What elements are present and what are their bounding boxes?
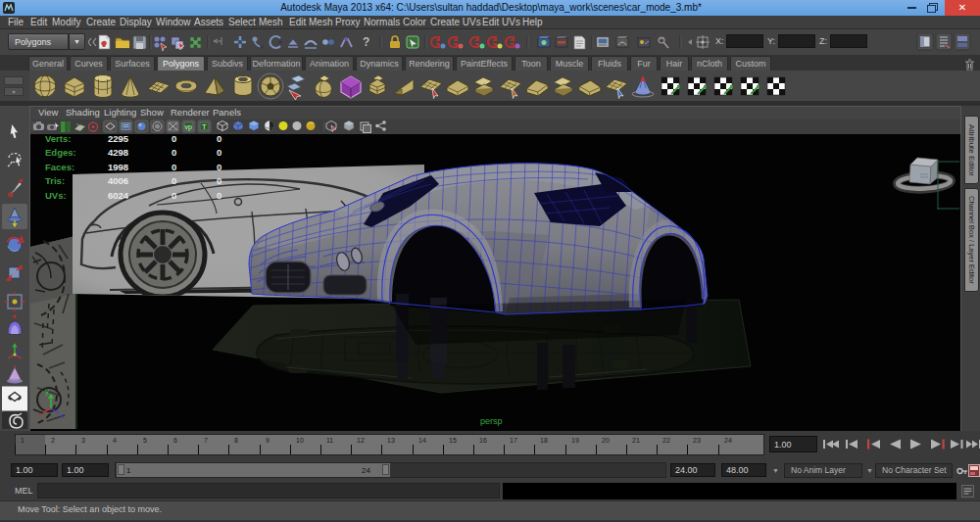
svg-text:4006: 4006 <box>108 175 128 186</box>
svg-text:0: 0 <box>172 175 176 186</box>
svg-text:persp: persp <box>480 416 503 426</box>
svg-text:0: 0 <box>172 134 176 144</box>
svg-text:2295: 2295 <box>108 134 129 144</box>
svg-text:vp: vp <box>185 123 193 131</box>
svg-text:0: 0 <box>217 175 221 186</box>
svg-text:z: z <box>60 411 64 420</box>
svg-text:UVs:: UVs: <box>45 190 67 201</box>
svg-text:Tris:: Tris: <box>45 175 65 186</box>
svg-text:1998: 1998 <box>108 162 128 172</box>
svg-text:0: 0 <box>217 134 221 144</box>
svg-text:0: 0 <box>172 190 176 201</box>
svg-text:0: 0 <box>172 147 176 158</box>
svg-text:?: ? <box>363 35 369 49</box>
svg-text:0: 0 <box>217 162 221 172</box>
svg-text:Faces:: Faces: <box>45 162 74 172</box>
svg-text:0: 0 <box>172 162 176 172</box>
svg-text:Verts:: Verts: <box>45 134 71 144</box>
svg-text:x: x <box>39 410 43 419</box>
svg-text:6024: 6024 <box>108 190 129 201</box>
svg-text:0: 0 <box>217 147 221 158</box>
svg-text:0: 0 <box>217 190 221 201</box>
svg-text:4298: 4298 <box>108 147 128 158</box>
svg-text:y: y <box>45 387 49 396</box>
svg-text:Edges:: Edges: <box>45 147 76 158</box>
svg-text:T: T <box>202 122 207 131</box>
